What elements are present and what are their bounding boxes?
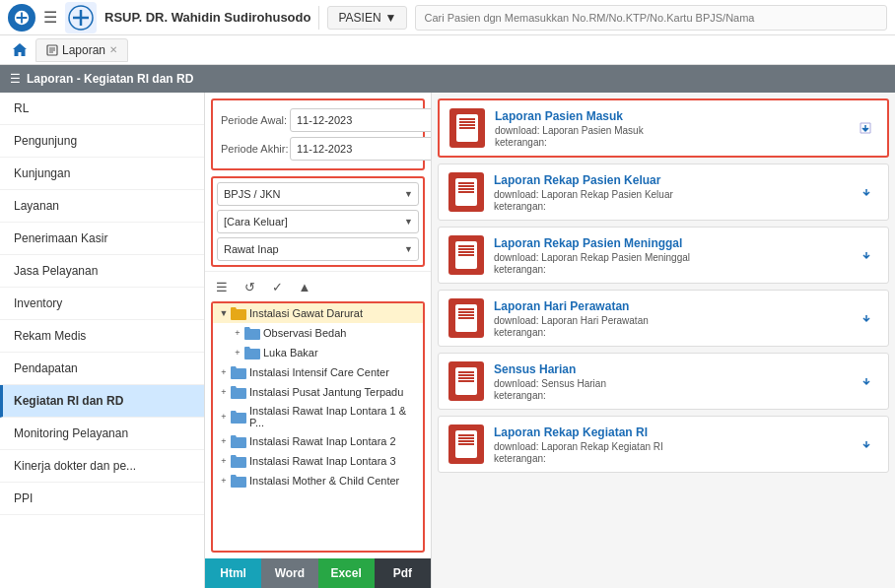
excel-button[interactable]: Excel: [318, 558, 375, 588]
report-keterangan-hari-perawatan: keterangan:: [494, 327, 845, 338]
periode-awal-label: Periode Awal:: [221, 114, 290, 126]
periode-awal-row: Periode Awal:: [221, 108, 415, 132]
periode-akhir-row: Periode Akhir:: [221, 137, 415, 161]
report-icon-pasien-masuk: [449, 108, 485, 148]
tree-item-mother-child[interactable]: + Instalasi Mother & Child Center: [213, 471, 423, 490]
report-info-hari-perawatan: Laporan Hari Perawatan download: Laporan…: [494, 299, 845, 338]
report-action-rekap-kegiatan-ri[interactable]: [855, 432, 878, 456]
report-download-rekap-kegiatan-ri: download: Laporan Rekap Kegiatan RI: [494, 441, 845, 452]
tree-up-icon[interactable]: ▲: [294, 276, 315, 297]
word-button[interactable]: Word: [261, 558, 317, 588]
center-panel: Periode Awal: Periode Akhir: BPJS / JKN: [205, 93, 432, 588]
cara-keluar-dropdown[interactable]: [Cara Keluar] Sembuh Meninggal: [217, 210, 419, 233]
section-icon: ☰: [10, 72, 21, 86]
tree-section: ▼ Instalasi Gawat Darurat + Observasi Be…: [211, 301, 425, 553]
report-action-rekap-meninggal[interactable]: [855, 243, 878, 267]
bpjs-dropdown[interactable]: BPJS / JKN Umum Asuransi: [217, 182, 419, 206]
tree-label-lontara3: Instalasi Rawat Inap Lontara 3: [249, 455, 396, 467]
sidebar-item-kinerja-dokter[interactable]: Kinerja dokter dan pe...: [0, 450, 204, 483]
tree-expand-luka[interactable]: +: [231, 346, 244, 359]
separator: [318, 6, 319, 30]
tree-refresh-icon[interactable]: ↺: [239, 276, 260, 297]
sidebar-item-penerimaan-kasir[interactable]: Penerimaan Kasir: [0, 223, 204, 255]
report-keterangan-rekap-kegiatan-ri: keterangan:: [494, 453, 845, 464]
report-download-hari-perawatan: download: Laporan Hari Perawatan: [494, 315, 845, 326]
tree-item-luka-bakar[interactable]: + Luka Bakar: [213, 343, 423, 362]
tree-label-lontara2: Instalasi Rawat Inap Lontara 2: [249, 435, 396, 447]
sidebar-item-rl[interactable]: RL: [0, 93, 204, 125]
pdf-button[interactable]: Pdf: [375, 558, 431, 588]
tree-item-observasi-bedah[interactable]: + Observasi Bedah: [213, 323, 423, 343]
periode-awal-input[interactable]: [290, 108, 432, 132]
tree-expand-jantung[interactable]: +: [217, 385, 231, 399]
report-action-rekap-keluar[interactable]: [855, 180, 878, 204]
tree-item-lontara1[interactable]: + Instalasi Rawat Inap Lontara 1 & P...: [213, 402, 423, 431]
tree-expand-igd[interactable]: ▼: [217, 306, 231, 320]
tree-expand-lontara3[interactable]: +: [217, 454, 231, 468]
report-card-rekap-meninggal[interactable]: Laporan Rekap Pasien Meninggal download:…: [438, 227, 889, 284]
tree-item-jantung[interactable]: + Instalasi Pusat Jantung Terpadu: [213, 382, 423, 402]
tree-expand-mother[interactable]: +: [217, 474, 231, 488]
report-action-pasien-masuk[interactable]: [854, 116, 877, 140]
tree-label-luka: Luka Bakar: [263, 347, 318, 359]
pasien-label: PASIEN: [338, 11, 380, 25]
report-icon-rekap-kegiatan-ri: [448, 425, 484, 464]
filter-section: Periode Awal: Periode Akhir:: [211, 98, 425, 170]
report-title-hari-perawatan: Laporan Hari Perawatan: [494, 299, 845, 313]
report-card-sensus-harian[interactable]: Sensus Harian download: Sensus Harian ke…: [438, 353, 889, 410]
sidebar-item-rekam-medis[interactable]: Rekam Medis: [0, 320, 204, 353]
report-card-rekap-keluar[interactable]: Laporan Rekap Pasien Keluar download: La…: [438, 163, 889, 221]
pasien-dropdown[interactable]: PASIEN ▼: [327, 6, 407, 30]
report-title-rekap-keluar: Laporan Rekap Pasien Keluar: [494, 173, 845, 187]
report-download-sensus-harian: download: Sensus Harian: [494, 378, 845, 389]
periode-akhir-label: Periode Akhir:: [221, 143, 290, 155]
sidebar-item-jasa-pelayanan[interactable]: Jasa Pelayanan: [0, 255, 204, 288]
close-tab-icon[interactable]: ✕: [109, 44, 117, 55]
tree-item-lontara3[interactable]: + Instalasi Rawat Inap Lontara 3: [213, 451, 423, 471]
sidebar-item-inventory[interactable]: Inventory: [0, 288, 204, 320]
sidebar-item-kunjungan[interactable]: Kunjungan: [0, 158, 204, 190]
report-card-rekap-kegiatan-ri[interactable]: Laporan Rekap Kegiatan RI download: Lapo…: [438, 416, 889, 473]
laporan-tab-label: Laporan: [62, 43, 105, 57]
top-bar: ☰ RSUP. DR. Wahidin Sudirohusodo PASIEN …: [0, 0, 895, 35]
rawat-inap-dropdown[interactable]: Rawat Inap Rawat Jalan IGD: [217, 237, 419, 261]
report-action-sensus-harian[interactable]: [855, 369, 878, 393]
report-title-rekap-meninggal: Laporan Rekap Pasien Meninggal: [494, 236, 845, 250]
laporan-tab[interactable]: Laporan ✕: [35, 38, 128, 62]
report-icon-rekap-keluar: [448, 172, 484, 212]
pasien-arrow: ▼: [385, 11, 397, 25]
hospital-logo: [65, 2, 97, 33]
tree-item-igd[interactable]: ▼ Instalasi Gawat Darurat: [213, 303, 423, 323]
report-keterangan-rekap-meninggal: keterangan:: [494, 264, 845, 275]
html-button[interactable]: Html: [205, 558, 261, 588]
report-icon-hari-perawatan: [448, 298, 484, 338]
tree-expand-obs[interactable]: +: [231, 326, 244, 340]
tree-expand-lontara2[interactable]: +: [217, 434, 231, 448]
tree-check-icon[interactable]: ✓: [266, 276, 288, 297]
tree-list-icon[interactable]: ☰: [211, 276, 233, 297]
tree-label-mother: Instalasi Mother & Child Center: [249, 475, 399, 487]
search-input[interactable]: [415, 5, 887, 31]
home-button[interactable]: [8, 38, 32, 62]
hamburger-icon[interactable]: ☰: [43, 8, 57, 27]
tree-expand-intensif[interactable]: +: [217, 365, 231, 379]
tree-expand-lontara1[interactable]: +: [217, 410, 231, 424]
sidebar-item-pendapatan[interactable]: Pendapatan: [0, 353, 204, 385]
tree-item-lontara2[interactable]: + Instalasi Rawat Inap Lontara 2: [213, 431, 423, 451]
sidebar-item-monitoring-pelayanan[interactable]: Monitoring Pelayanan: [0, 418, 204, 450]
tree-item-intensif[interactable]: + Instalasi Intensif Care Center: [213, 362, 423, 382]
sidebar-item-pengunjung[interactable]: Pengunjung: [0, 125, 204, 158]
report-title-rekap-kegiatan-ri: Laporan Rekap Kegiatan RI: [494, 425, 845, 439]
report-action-hari-perawatan[interactable]: [855, 306, 878, 330]
sidebar-item-kegiatan-ri-rd[interactable]: Kegiatan RI dan RD: [0, 385, 204, 418]
tree-label-igd: Instalasi Gawat Darurat: [249, 307, 363, 319]
report-card-pasien-masuk[interactable]: Laporan Pasien Masuk download: Laporan P…: [438, 98, 889, 158]
sidebar-item-ppi[interactable]: PPI: [0, 483, 204, 515]
periode-akhir-input[interactable]: [290, 137, 432, 161]
sidebar-item-layanan[interactable]: Layanan: [0, 190, 204, 223]
report-info-rekap-keluar: Laporan Rekap Pasien Keluar download: La…: [494, 173, 845, 212]
section-title: Laporan - Kegiatan RI dan RD: [27, 72, 193, 86]
tree-toolbar: ☰ ↺ ✓ ▲: [205, 271, 431, 301]
dropdown-section: BPJS / JKN Umum Asuransi ▼ [Cara Keluar]…: [205, 176, 431, 267]
report-card-hari-perawatan[interactable]: Laporan Hari Perawatan download: Laporan…: [438, 290, 889, 347]
